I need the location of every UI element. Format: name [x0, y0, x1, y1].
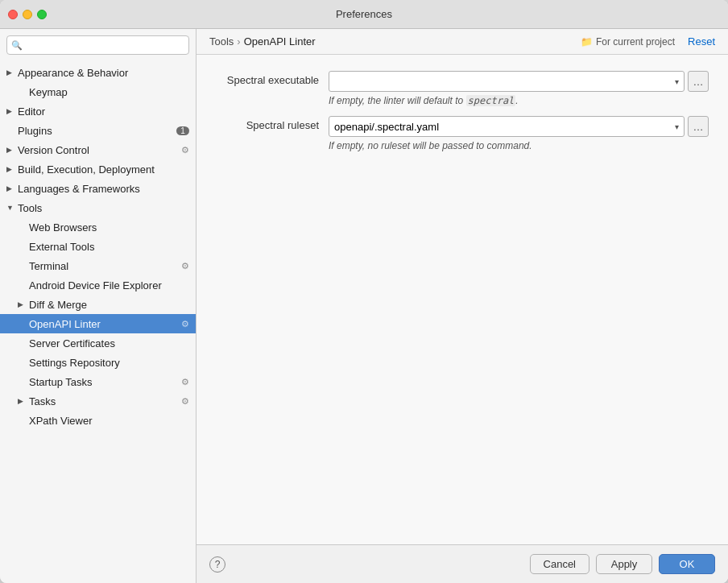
sidebar-item-label: Editor	[18, 105, 189, 118]
for-current-project-label: For current project	[596, 36, 675, 48]
spectral-executable-hint: If empty, the linter will default to spe…	[329, 95, 709, 106]
expand-arrow-icon: ▶	[18, 397, 29, 405]
close-button[interactable]	[8, 10, 18, 19]
sidebar: 🔍 ▶ Appearance & Behavior Keymap ▶ Edito…	[0, 29, 196, 583]
window-title: Preferences	[336, 8, 392, 20]
sidebar-item-tasks[interactable]: ▶ Tasks ⚙	[0, 391, 196, 411]
spectral-executable-input-group: ▾ …	[329, 71, 709, 92]
combo-dropdown-arrow-icon[interactable]: ▾	[675, 77, 679, 86]
sidebar-item-editor[interactable]: ▶ Editor	[0, 101, 196, 121]
settings-icon: ⚙	[181, 377, 189, 387]
sidebar-item-label: Plugins	[18, 125, 173, 137]
settings-icon: ⚙	[181, 261, 189, 271]
sidebar-item-label: Build, Execution, Deployment	[18, 163, 189, 176]
main-panel: Tools › OpenAPI Linter 📁 For current pro…	[196, 29, 728, 583]
sidebar-item-label: Tasks	[29, 395, 181, 407]
expand-arrow-icon: ▶	[6, 68, 18, 76]
sidebar-item-label: Terminal	[29, 260, 181, 272]
sidebar-item-android-device-file-explorer[interactable]: Android Device File Explorer	[0, 275, 196, 295]
project-icon: 📁	[581, 36, 593, 48]
expand-arrow-icon: ▼	[6, 204, 18, 212]
sidebar-item-web-browsers[interactable]: Web Browsers	[0, 217, 196, 237]
spectral-executable-browse-button[interactable]: …	[688, 71, 709, 92]
expand-arrow-icon: ▶	[6, 146, 18, 154]
plugins-badge: 1	[176, 126, 189, 135]
spectral-ruleset-browse-button[interactable]: …	[688, 116, 709, 137]
spectral-ruleset-hint: If empty, no ruleset will be passed to c…	[329, 140, 709, 151]
sidebar-tree: ▶ Appearance & Behavior Keymap ▶ Editor …	[0, 61, 196, 583]
sidebar-item-plugins[interactable]: Plugins 1	[0, 121, 196, 140]
spectral-ruleset-input[interactable]	[334, 121, 675, 133]
for-current-project: 📁 For current project	[581, 36, 675, 48]
footer-left: ?	[209, 556, 225, 573]
sidebar-item-settings-repository[interactable]: Settings Repository	[0, 353, 196, 372]
sidebar-item-terminal[interactable]: Terminal ⚙	[0, 256, 196, 275]
sidebar-item-label: External Tools	[29, 241, 189, 253]
spectral-ruleset-input-group: ▾ …	[329, 116, 709, 137]
expand-arrow-icon: ▶	[6, 165, 18, 173]
settings-icon: ⚙	[181, 145, 189, 155]
spectral-executable-control: ▾ … If empty, the linter will default to…	[329, 71, 709, 106]
main-header: Tools › OpenAPI Linter 📁 For current pro…	[196, 29, 728, 55]
sidebar-item-keymap[interactable]: Keymap	[0, 82, 196, 101]
sidebar-item-label: Settings Repository	[29, 357, 189, 369]
spectral-executable-input[interactable]	[334, 76, 675, 88]
minimize-button[interactable]	[23, 10, 32, 19]
help-button[interactable]: ?	[209, 556, 225, 573]
cancel-button[interactable]: Cancel	[530, 554, 589, 574]
maximize-button[interactable]	[37, 10, 47, 19]
spectral-executable-label: Spectral executable	[216, 71, 329, 86]
sidebar-item-label: Tools	[18, 202, 189, 214]
sidebar-item-label: Languages & Frameworks	[18, 183, 189, 195]
breadcrumb-parent: Tools	[209, 35, 234, 48]
sidebar-item-label: Keymap	[29, 86, 189, 98]
title-bar: Preferences	[0, 0, 728, 29]
traffic-lights	[8, 10, 47, 19]
expand-arrow-icon: ▶	[6, 184, 18, 192]
sidebar-item-label: OpenAPI Linter	[29, 318, 181, 330]
sidebar-item-xpath-viewer[interactable]: XPath Viewer	[0, 411, 196, 430]
sidebar-item-diff-merge[interactable]: ▶ Diff & Merge	[0, 295, 196, 314]
sidebar-item-appearance-behavior[interactable]: ▶ Appearance & Behavior	[0, 63, 196, 82]
footer: ? Cancel Apply OK	[196, 544, 728, 583]
sidebar-item-version-control[interactable]: ▶ Version Control ⚙	[0, 140, 196, 159]
spectral-executable-row: Spectral executable ▾ … If empty, the li…	[216, 71, 709, 106]
main-body: Spectral executable ▾ … If empty, the li…	[196, 55, 728, 544]
spectral-executable-combo[interactable]: ▾	[329, 71, 685, 92]
sidebar-item-label: Appearance & Behavior	[18, 67, 189, 79]
expand-arrow-icon: ▶	[6, 107, 18, 115]
settings-icon: ⚙	[181, 396, 189, 407]
spectral-ruleset-combo[interactable]: ▾	[329, 116, 685, 137]
content-area: 🔍 ▶ Appearance & Behavior Keymap ▶ Edito…	[0, 29, 728, 583]
preferences-window: Preferences 🔍 ▶ Appearance & Behavior Ke…	[0, 0, 728, 583]
sidebar-item-tools[interactable]: ▼ Tools	[0, 198, 196, 217]
spectral-ruleset-row: Spectral ruleset ▾ … If empty, no rulese…	[216, 116, 709, 151]
breadcrumb-separator: ›	[237, 35, 240, 48]
breadcrumb-current: OpenAPI Linter	[244, 35, 316, 48]
footer-right: Cancel Apply OK	[530, 554, 715, 574]
breadcrumb: Tools › OpenAPI Linter	[209, 35, 316, 48]
search-icon: 🔍	[11, 40, 23, 51]
settings-icon: ⚙	[181, 319, 189, 329]
sidebar-item-openapi-linter[interactable]: OpenAPI Linter ⚙	[0, 314, 196, 333]
expand-arrow-icon: ▶	[18, 300, 29, 308]
sidebar-item-label: Android Device File Explorer	[29, 279, 189, 292]
search-input[interactable]	[6, 35, 189, 55]
reset-button[interactable]: Reset	[688, 35, 715, 48]
sidebar-item-label: Server Certificates	[29, 337, 189, 349]
ok-button[interactable]: OK	[659, 554, 715, 574]
sidebar-item-external-tools[interactable]: External Tools	[0, 237, 196, 256]
sidebar-item-label: Version Control	[18, 144, 181, 156]
search-box[interactable]: 🔍	[6, 35, 189, 55]
sidebar-item-label: Web Browsers	[29, 221, 189, 234]
sidebar-item-label: XPath Viewer	[29, 415, 189, 427]
sidebar-item-languages-frameworks[interactable]: ▶ Languages & Frameworks	[0, 179, 196, 198]
sidebar-item-server-certificates[interactable]: Server Certificates	[0, 333, 196, 353]
sidebar-item-startup-tasks[interactable]: Startup Tasks ⚙	[0, 372, 196, 391]
apply-button[interactable]: Apply	[596, 554, 652, 574]
spectral-ruleset-control: ▾ … If empty, no ruleset will be passed …	[329, 116, 709, 151]
sidebar-item-build-execution-deployment[interactable]: ▶ Build, Execution, Deployment	[0, 159, 196, 179]
combo-dropdown-arrow-icon[interactable]: ▾	[675, 122, 679, 131]
sidebar-item-label: Diff & Merge	[29, 299, 189, 311]
sidebar-item-label: Startup Tasks	[29, 376, 181, 388]
